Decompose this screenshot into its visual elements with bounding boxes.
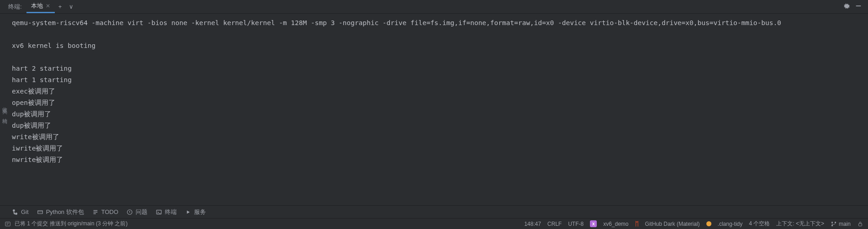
terminal-output[interactable]: qemu-system-riscv64 -machine virt -bios … <box>9 14 868 205</box>
svg-rect-1 <box>37 210 42 213</box>
toolbar-problems[interactable]: 问题 <box>126 208 147 216</box>
status-commit-msg[interactable]: 已将 1 个提交 推送到 origin/main (3 分钟 之前) <box>15 220 127 228</box>
status-project[interactable]: xv6_demo <box>603 221 628 227</box>
toolbar-python[interactable]: Python 软件包 <box>37 208 84 216</box>
project-badge-icon: x <box>590 220 597 227</box>
tab-dropdown-icon[interactable]: ∨ <box>65 3 77 10</box>
svg-point-7 <box>835 221 836 223</box>
bottom-toolbar: Git Python 软件包 TODO 问题 终端 服务 <box>0 205 868 218</box>
tab-local[interactable]: 本地 ✕ <box>26 0 55 13</box>
svg-rect-3 <box>157 210 162 214</box>
svg-marker-4 <box>187 210 189 213</box>
svg-rect-9 <box>859 224 862 226</box>
status-clang-tidy[interactable]: .clang-tidy <box>718 221 743 227</box>
toolbar-git-label: Git <box>21 208 29 215</box>
toolbar-todo-label: TODO <box>101 208 118 215</box>
status-indent[interactable]: 4 个空格 <box>749 220 770 228</box>
terminal-tabbar: 终端: 本地 ✕ + ∨ <box>0 0 868 14</box>
status-theme[interactable]: GitHub Dark (Material) <box>645 221 700 227</box>
status-encoding[interactable]: UTF-8 <box>568 221 584 227</box>
minimize-icon[interactable] <box>852 3 864 10</box>
toolbar-terminal[interactable]: 终端 <box>156 208 177 216</box>
svg-point-6 <box>831 221 833 223</box>
close-icon[interactable]: ✕ <box>46 3 50 9</box>
gutter-structure[interactable]: 结构 <box>1 114 8 116</box>
tabbar-title: 终端: <box>4 3 26 11</box>
status-line-sep[interactable]: CRLF <box>547 221 562 227</box>
status-caret-pos[interactable]: 148:47 <box>524 221 541 227</box>
status-branch-label: main <box>839 221 851 227</box>
status-bar: 已将 1 个提交 推送到 origin/main (3 分钟 之前) 148:4… <box>0 218 868 229</box>
terminal-body: 收藏夹 结构 qemu-system-riscv64 -machine virt… <box>0 14 868 205</box>
branch-icon <box>831 221 837 227</box>
toolbar-terminal-label: 终端 <box>165 208 177 216</box>
toolbar-python-label: Python 软件包 <box>46 208 84 216</box>
vcs-log-icon <box>5 221 11 227</box>
toolbar-todo[interactable]: TODO <box>92 208 118 215</box>
material-theme-icon: ᛖ <box>635 220 639 227</box>
add-tab-button[interactable]: + <box>55 3 66 10</box>
left-gutter: 收藏夹 结构 <box>0 14 9 205</box>
tab-label: 本地 <box>31 2 43 10</box>
svg-rect-0 <box>856 5 861 6</box>
toolbar-git[interactable]: Git <box>12 208 29 215</box>
toolbar-services[interactable]: 服务 <box>185 208 206 216</box>
toolbar-problems-label: 问题 <box>136 208 147 216</box>
lock-icon[interactable] <box>857 221 863 227</box>
warning-dot-icon <box>706 221 711 226</box>
status-context[interactable]: 上下文: <无上下文> <box>776 220 824 228</box>
gutter-favorites[interactable]: 收藏夹 <box>1 103 8 106</box>
svg-rect-5 <box>5 222 11 226</box>
toolbar-services-label: 服务 <box>194 208 206 216</box>
status-branch[interactable]: main <box>831 221 851 227</box>
gear-icon[interactable] <box>841 3 852 10</box>
